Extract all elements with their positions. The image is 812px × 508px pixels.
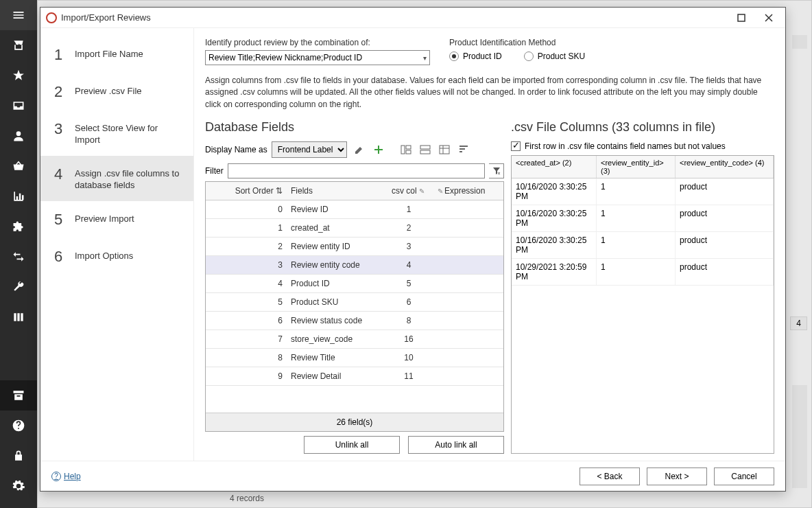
pim-label: Product Identification Method	[449, 38, 774, 47]
col-csv[interactable]: csv col ✎	[383, 182, 435, 200]
store-icon[interactable]	[0, 30, 37, 60]
basket-icon[interactable]	[0, 151, 37, 181]
bg-strip	[792, 35, 807, 49]
csv-row[interactable]: 10/16/2020 3:30:25 PM1product	[512, 205, 774, 232]
svg-rect-1	[401, 146, 405, 154]
table-row[interactable]: 7store_view_code16	[206, 330, 503, 349]
db-fields-grid: Sort Order ⇅ Fields csv col ✎ ✎Expressio…	[205, 181, 504, 432]
step-label: Select Store View for Import	[75, 120, 184, 146]
record-count: 4 records	[230, 494, 264, 503]
unlink-all-button[interactable]: Unlink all	[304, 436, 400, 454]
wizard-step-5[interactable]: 5Preview Import	[40, 201, 193, 238]
table-row[interactable]: 3Review entity code4	[206, 256, 503, 275]
table-row[interactable]: 9Review Detail11	[206, 367, 503, 386]
wizard-step-1[interactable]: 1Import File Name	[40, 36, 193, 73]
table-row[interactable]: 5Product SKU6	[206, 293, 503, 312]
csv-row[interactable]: 10/29/2021 3:20:59 PM1product	[512, 259, 774, 286]
step-label: Preview Import	[75, 211, 134, 225]
description-text: Assign columns from .csv file to fields …	[205, 75, 774, 111]
col-sort-order[interactable]: Sort Order ⇅	[206, 182, 288, 200]
back-button[interactable]: < Back	[580, 467, 640, 485]
display-name-select[interactable]: Frontend Label	[272, 141, 347, 158]
table-row[interactable]: 6Review status code8	[206, 312, 503, 330]
gear-icon[interactable]	[0, 471, 37, 501]
csv-columns-title: .csv File Columns (33 columns in file)	[511, 120, 774, 135]
csv-row[interactable]: 10/16/2020 3:30:25 PM1product	[512, 232, 774, 259]
grid-footer: 26 field(s)	[206, 413, 503, 431]
radio-product-sku[interactable]: Product SKU	[524, 51, 585, 61]
wizard-step-6[interactable]: 6Import Options	[40, 238, 193, 275]
svg-rect-5	[420, 150, 430, 154]
wizard-step-3[interactable]: 3Select Store View for Import	[40, 111, 193, 156]
step-number: 2	[49, 83, 68, 101]
radio-icon	[524, 51, 534, 61]
step-number: 5	[49, 211, 68, 229]
help-icon: ?	[51, 472, 61, 481]
step-label: Assign .csv file columns to database fie…	[75, 165, 184, 192]
hamburger-icon[interactable]	[0, 0, 37, 30]
archive-icon[interactable]	[0, 380, 37, 411]
csv-row[interactable]: 10/16/2020 3:30:25 PM1product	[512, 178, 774, 205]
table-row[interactable]: 8Review Title10	[206, 349, 503, 367]
svg-rect-4	[420, 146, 430, 149]
step-number: 4	[49, 165, 68, 183]
svg-rect-6	[440, 146, 449, 154]
layout-icon-3[interactable]	[436, 141, 453, 158]
layout-icon-2[interactable]	[417, 141, 433, 158]
firstrow-label: First row in .csv file contains field na…	[525, 141, 726, 151]
firstrow-checkbox[interactable]	[511, 141, 521, 151]
maximize-button[interactable]	[728, 10, 755, 26]
star-icon[interactable]	[0, 60, 37, 91]
csv-col-created-at[interactable]: <created_at> (2)	[512, 156, 597, 178]
svg-rect-2	[406, 146, 411, 149]
step-label: Preview .csv File	[75, 83, 142, 97]
wizard-steps: 1Import File Name2Preview .csv File3Sele…	[40, 28, 194, 461]
step-label: Import File Name	[75, 46, 143, 60]
table-row[interactable]: 1created_at2	[206, 219, 503, 238]
table-row[interactable]: 4Product ID5	[206, 275, 503, 293]
titlebar: Import/Export Reviews	[40, 8, 785, 28]
filter-input[interactable]	[228, 163, 485, 178]
columns-icon[interactable]	[0, 302, 37, 332]
puzzle-icon[interactable]	[0, 211, 37, 242]
cancel-button[interactable]: Cancel	[714, 467, 774, 485]
wizard-step-2[interactable]: 2Preview .csv File	[40, 73, 193, 111]
col-expression[interactable]: ✎Expression	[435, 182, 503, 200]
transfer-icon[interactable]	[0, 242, 37, 272]
radio-label: Product SKU	[538, 51, 585, 61]
chart-icon[interactable]	[0, 181, 37, 211]
import-export-dialog: Import/Export Reviews 1Import File Name2…	[40, 7, 786, 492]
help-icon[interactable]	[0, 411, 37, 441]
sort-icon[interactable]	[455, 141, 472, 158]
radio-icon	[449, 51, 459, 61]
user-icon[interactable]	[0, 121, 37, 151]
identify-label: Identify product review by the combinati…	[205, 38, 430, 47]
close-button[interactable]	[755, 10, 783, 26]
step-number: 6	[49, 248, 68, 266]
next-button[interactable]: Next >	[647, 467, 707, 485]
help-link[interactable]: ? Help	[51, 472, 81, 481]
chevron-down-icon: ▾	[423, 54, 427, 62]
add-icon[interactable]	[370, 141, 387, 158]
radio-product-id[interactable]: Product ID	[449, 51, 502, 61]
filter-clear-icon[interactable]	[489, 163, 504, 178]
display-name-label: Display Name as	[205, 145, 267, 154]
wrench-icon[interactable]	[0, 272, 37, 302]
inbox-icon[interactable]	[0, 91, 37, 121]
step-label: Import Options	[75, 248, 133, 262]
identify-combo[interactable]: Review Title;Review Nickname;Product ID …	[205, 50, 430, 65]
layout-icon-1[interactable]	[398, 141, 414, 158]
csv-col-entity-code[interactable]: <review_entity_code> (4)	[676, 156, 774, 178]
filter-label: Filter	[205, 166, 224, 176]
lock-icon[interactable]	[0, 441, 37, 471]
step-number: 1	[49, 46, 68, 64]
table-row[interactable]: 0Review ID1	[206, 200, 503, 219]
col-fields[interactable]: Fields	[288, 182, 383, 200]
app-sidebar	[0, 0, 37, 508]
table-row[interactable]: 2Review entity ID3	[206, 238, 503, 256]
wizard-step-4[interactable]: 4Assign .csv file columns to database fi…	[40, 156, 193, 201]
auto-link-all-button[interactable]: Auto link all	[408, 436, 504, 454]
edit-icon[interactable]	[351, 141, 368, 158]
csv-col-entity-id[interactable]: <review_entity_id> (3)	[597, 156, 676, 178]
svg-rect-0	[738, 14, 745, 21]
